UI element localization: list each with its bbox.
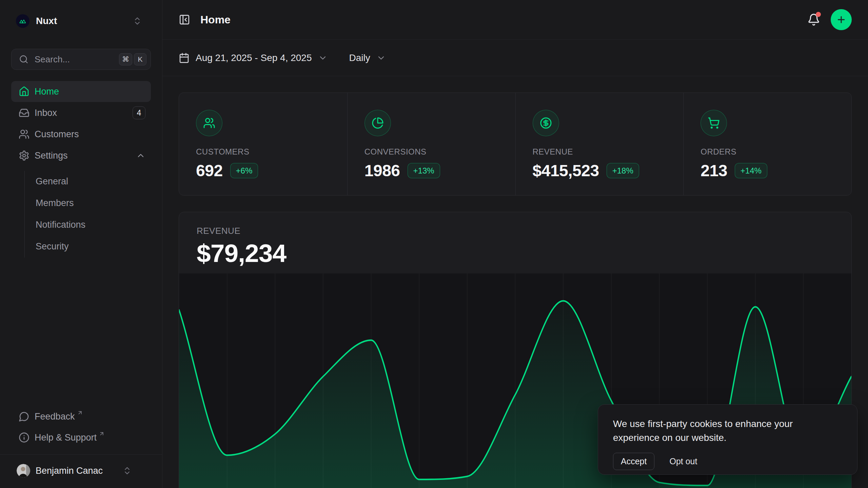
- inbox-icon: [19, 107, 29, 118]
- help-support-label: Help & Support: [35, 432, 97, 443]
- user-menu[interactable]: Benjamin Canac: [11, 459, 151, 483]
- feedback-label: Feedback: [35, 411, 75, 422]
- date-range-value: Aug 21, 2025 - Sep 4, 2025: [196, 53, 312, 63]
- gear-icon: [19, 150, 29, 161]
- pie-chart-icon: [364, 110, 391, 136]
- sidebar-item-home[interactable]: Home: [11, 81, 151, 102]
- external-link-icon: [99, 431, 105, 437]
- calendar-icon: [179, 53, 190, 63]
- kbd-meta: ⌘: [119, 53, 132, 65]
- sidebar-item-members[interactable]: Members: [36, 192, 151, 214]
- search-icon: [19, 55, 28, 64]
- search-input[interactable]: [34, 54, 117, 65]
- add-button[interactable]: [831, 9, 852, 30]
- dashboard-screen: Nuxt ⌘ K Home Inbo: [0, 0, 868, 488]
- sidebar-nav: Home Inbox 4 Customers Settings: [11, 81, 151, 258]
- stat-label: CONVERSIONS: [364, 147, 498, 157]
- cookie-message: We use first-party cookies to enhance yo…: [613, 417, 823, 445]
- stat-delta-badge: +13%: [408, 163, 440, 178]
- dollar-circle-icon: [533, 110, 559, 136]
- sidebar-item-security[interactable]: Security: [36, 236, 151, 257]
- sidebar-item-label: Notifications: [36, 220, 85, 230]
- sidebar-item-inbox[interactable]: Inbox 4: [11, 102, 151, 123]
- sidebar-item-label: Members: [36, 198, 74, 208]
- period-value: Daily: [349, 53, 370, 63]
- chevron-down-icon: [318, 53, 328, 63]
- workspace-switcher[interactable]: Nuxt: [11, 14, 151, 28]
- stat-conversions[interactable]: CONVERSIONS 1986 +13%: [347, 93, 515, 195]
- chevrons-up-down-icon: [122, 466, 132, 475]
- stat-value: 692: [196, 161, 223, 180]
- revenue-value: $79,234: [197, 239, 834, 267]
- filters-toolbar: Aug 21, 2025 - Sep 4, 2025 Daily: [162, 40, 868, 76]
- users-icon: [196, 110, 222, 136]
- settings-subnav: General Members Notifications Security: [24, 171, 151, 258]
- sidebar-item-label: Settings: [35, 150, 68, 161]
- chevron-down-icon: [376, 53, 386, 63]
- sidebar-item-notifications[interactable]: Notifications: [36, 214, 151, 235]
- chevron-up-icon: [136, 151, 145, 160]
- period-select[interactable]: Daily: [349, 53, 386, 63]
- chevrons-up-down-icon: [133, 16, 142, 26]
- sidebar-item-label: Security: [36, 241, 69, 252]
- stat-customers[interactable]: CUSTOMERS 692 +6%: [179, 93, 347, 195]
- sidebar-item-label: Home: [35, 86, 59, 97]
- stat-orders[interactable]: ORDERS 213 +14%: [683, 93, 851, 195]
- cookie-banner: We use first-party cookies to enhance yo…: [598, 404, 857, 475]
- sidebar-footer: Feedback Help & Support: [11, 407, 151, 449]
- cookie-actions: Accept Opt out: [613, 453, 842, 470]
- sidebar-item-label: Customers: [35, 129, 79, 140]
- stat-delta-badge: +14%: [735, 163, 767, 178]
- avatar: [17, 464, 30, 477]
- sidebar-item-label: Inbox: [35, 108, 57, 118]
- revenue-chart-header: REVENUE $79,234: [179, 212, 851, 273]
- message-circle-icon: [19, 411, 29, 422]
- stat-value: $415,523: [533, 161, 599, 180]
- sidebar-item-general[interactable]: General: [36, 171, 151, 192]
- external-link-icon: [77, 410, 83, 416]
- sidebar-item-settings[interactable]: Settings: [11, 145, 151, 166]
- info-icon: [19, 432, 29, 443]
- nuxt-logo-icon: [16, 14, 29, 28]
- stats-card: CUSTOMERS 692 +6% CONVERSIONS 1986 +13%: [179, 93, 852, 196]
- user-name: Benjamin Canac: [36, 466, 103, 476]
- sidebar-item-customers[interactable]: Customers: [11, 124, 151, 145]
- workspace-name: Nuxt: [36, 16, 57, 26]
- sidebar-collapse-icon[interactable]: [179, 14, 190, 25]
- stat-label: CUSTOMERS: [196, 147, 330, 157]
- inbox-count-badge: 4: [133, 106, 145, 119]
- sidebar-spacer: [11, 258, 151, 407]
- stat-value: 1986: [364, 161, 400, 180]
- date-range-picker[interactable]: Aug 21, 2025 - Sep 4, 2025: [179, 53, 328, 63]
- sidebar: Nuxt ⌘ K Home Inbo: [0, 0, 162, 488]
- opt-out-button[interactable]: Opt out: [667, 456, 699, 467]
- feedback-link[interactable]: Feedback: [11, 407, 151, 426]
- header-actions: [806, 9, 852, 30]
- top-header: Home: [162, 0, 868, 40]
- stat-revenue[interactable]: REVENUE $415,523 +18%: [515, 93, 684, 195]
- sidebar-divider: [0, 454, 162, 455]
- kbd-k: K: [134, 53, 146, 65]
- accept-button[interactable]: Accept: [613, 453, 654, 470]
- stat-delta-badge: +6%: [230, 163, 258, 178]
- search-box[interactable]: ⌘ K: [11, 49, 151, 70]
- page-title: Home: [200, 14, 231, 26]
- stat-value: 213: [701, 161, 727, 180]
- stat-delta-badge: +18%: [607, 163, 639, 178]
- stat-label: ORDERS: [701, 147, 834, 157]
- sidebar-item-label: General: [36, 176, 68, 187]
- users-icon: [19, 129, 29, 140]
- revenue-label: REVENUE: [197, 226, 834, 235]
- notification-dot: [816, 12, 821, 17]
- stat-label: REVENUE: [533, 147, 667, 157]
- notifications-bell-icon[interactable]: [806, 12, 821, 27]
- shopping-cart-icon: [701, 110, 727, 136]
- help-support-link[interactable]: Help & Support: [11, 428, 151, 447]
- home-icon: [19, 86, 29, 97]
